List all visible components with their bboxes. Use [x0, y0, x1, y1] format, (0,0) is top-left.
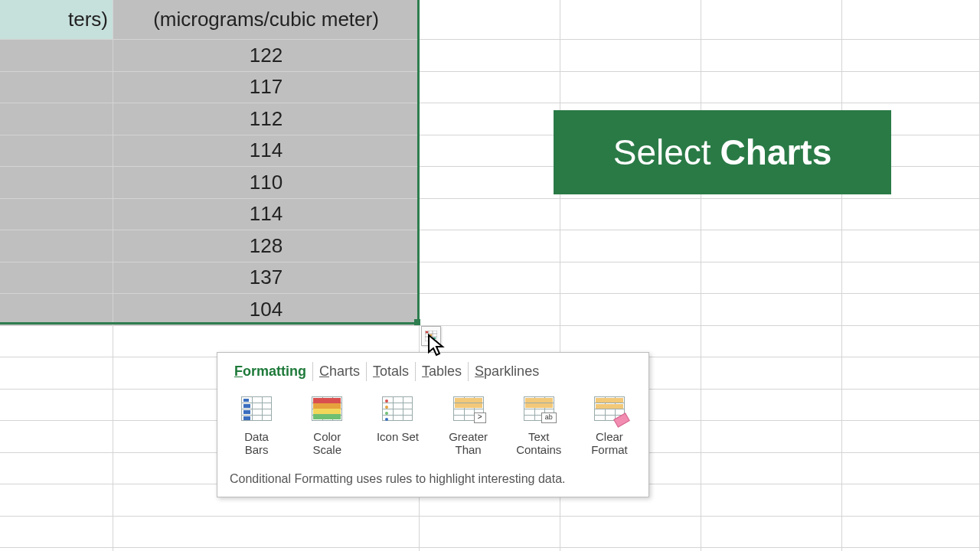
data-cell[interactable]: 110 — [113, 167, 420, 198]
data-cell[interactable]: 128 — [113, 230, 420, 262]
cell[interactable] — [0, 72, 113, 103]
data-cell[interactable]: 112 — [113, 103, 420, 135]
cell[interactable] — [0, 262, 113, 294]
item-clear-format[interactable]: Clear Format — [584, 393, 635, 457]
tab-charts[interactable]: Charts — [313, 362, 367, 381]
tab-tables[interactable]: Tables — [416, 362, 469, 381]
data-cell[interactable]: 137 — [113, 262, 420, 294]
cell[interactable] — [0, 199, 113, 230]
header-cell-b[interactable]: (micrograms/cubic meter) — [113, 0, 420, 39]
item-text-contains[interactable]: Text Contains — [514, 393, 564, 457]
data-cell[interactable]: 104 — [113, 294, 420, 325]
empty-cell[interactable] — [701, 0, 842, 39]
color-scale-icon — [312, 396, 342, 421]
cell[interactable] — [0, 135, 113, 167]
data-cell[interactable]: 117 — [113, 72, 420, 103]
data-bars-icon — [241, 396, 272, 421]
svg-rect-5 — [426, 331, 428, 333]
header-cell-a[interactable]: ters) — [0, 0, 113, 39]
item-data-bars[interactable]: Data Bars — [231, 393, 282, 457]
cell[interactable] — [0, 103, 113, 135]
clear-format-icon — [594, 396, 625, 421]
cell[interactable] — [0, 40, 113, 71]
cell[interactable] — [0, 167, 113, 198]
quick-analysis-popup: Formatting Charts Totals Tables Sparklin… — [217, 352, 649, 497]
svg-rect-7 — [433, 337, 436, 339]
instruction-callout: Select Charts — [554, 110, 891, 194]
callout-bold: Charts — [720, 132, 832, 173]
data-cell[interactable]: 122 — [113, 40, 420, 71]
item-icon-set[interactable]: Icon Set — [372, 393, 423, 457]
qa-items: Data Bars Color Scale Icon Set Greater T… — [228, 390, 638, 460]
text-contains-icon — [524, 396, 554, 421]
cell[interactable] — [0, 230, 113, 262]
quick-analysis-icon — [425, 331, 437, 341]
item-greater-than[interactable]: Greater Than — [443, 393, 494, 457]
qa-tabs: Formatting Charts Totals Tables Sparklin… — [228, 362, 638, 381]
icon-set-icon — [382, 396, 413, 421]
empty-cell[interactable] — [560, 0, 701, 39]
svg-rect-6 — [430, 334, 432, 336]
greater-than-icon — [453, 396, 484, 421]
qa-description: Conditional Formatting uses rules to hig… — [228, 468, 638, 489]
quick-analysis-button[interactable] — [421, 326, 441, 346]
data-cell[interactable]: 114 — [113, 135, 420, 167]
cell[interactable] — [0, 294, 113, 325]
tab-sparklines[interactable]: Sparklines — [469, 362, 545, 381]
data-cell[interactable]: 114 — [113, 199, 420, 230]
callout-prefix: Select — [613, 132, 711, 173]
tab-formatting[interactable]: Formatting — [228, 362, 313, 381]
item-color-scale[interactable]: Color Scale — [302, 393, 352, 457]
empty-cell[interactable] — [420, 0, 560, 39]
tab-totals[interactable]: Totals — [367, 362, 416, 381]
header-row: ters) (micrograms/cubic meter) — [0, 0, 980, 40]
empty-cell[interactable] — [842, 0, 980, 39]
